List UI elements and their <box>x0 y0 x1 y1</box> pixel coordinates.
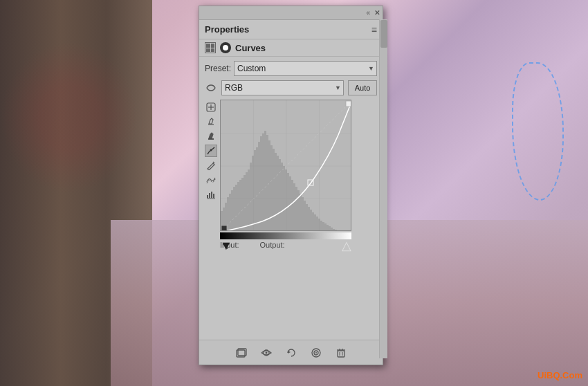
svg-rect-27 <box>241 178 244 231</box>
smooth-tool[interactable] <box>205 174 217 186</box>
svg-rect-76 <box>346 101 351 107</box>
auto-button[interactable]: Auto <box>348 80 377 95</box>
svg-rect-53 <box>295 187 297 231</box>
watermark: UiBQ.Com <box>538 370 582 380</box>
svg-rect-49 <box>287 173 289 231</box>
properties-panel: « ✕ Properties ≡ Curves Preset: Custom <box>199 6 383 365</box>
svg-rect-22 <box>231 190 233 231</box>
svg-rect-32 <box>252 156 254 231</box>
delete-button[interactable] <box>333 345 349 360</box>
panel-menu-icon[interactable]: ≡ <box>371 24 377 35</box>
svg-rect-42 <box>273 149 275 231</box>
svg-rect-58 <box>306 204 308 231</box>
close-icon[interactable]: ✕ <box>374 9 380 17</box>
svg-rect-30 <box>248 169 250 231</box>
panel-header: « ✕ <box>199 6 383 20</box>
eyedropper-gray-tool[interactable] <box>205 101 217 113</box>
white-point-handle[interactable]: △ <box>342 239 351 252</box>
pencil-tool[interactable] <box>205 159 217 172</box>
properties-tab[interactable]: Properties <box>205 24 249 35</box>
svg-rect-7 <box>209 193 210 198</box>
svg-rect-51 <box>291 180 293 231</box>
curves-label: Curves <box>235 43 266 53</box>
svg-rect-64 <box>318 219 320 231</box>
preset-select-wrapper: Custom Default Strong Contrast Linear Co… <box>234 61 377 76</box>
new-layer-button[interactable] <box>234 345 249 360</box>
scrollbar-thumb[interactable] <box>380 20 387 48</box>
preset-label: Preset: <box>205 64 234 73</box>
svg-rect-75 <box>221 226 227 231</box>
svg-rect-20 <box>227 197 229 231</box>
preset-row: Preset: Custom Default Strong Contrast L… <box>205 61 377 76</box>
gradient-bar <box>220 232 351 239</box>
channel-row: RGB Red Green Blue ▼ Auto <box>205 80 377 95</box>
curve-adjust-tool[interactable] <box>205 145 217 157</box>
svg-rect-46 <box>281 163 283 231</box>
svg-rect-45 <box>279 159 281 231</box>
svg-rect-26 <box>239 180 241 231</box>
svg-rect-25 <box>237 182 239 231</box>
channel-select[interactable]: RGB Red Green Blue <box>221 80 344 95</box>
bottom-toolbar <box>199 340 383 365</box>
svg-rect-29 <box>246 172 248 231</box>
eyedropper-white-tool[interactable] <box>205 116 217 128</box>
bg-foliage <box>0 42 138 194</box>
channel-select-wrapper: RGB Red Green Blue ▼ <box>221 80 344 95</box>
curves-section-header: Curves <box>199 39 383 57</box>
svg-rect-69 <box>329 226 331 231</box>
svg-rect-39 <box>266 135 268 231</box>
preset-select[interactable]: Custom Default Strong Contrast Linear Co… <box>234 61 377 76</box>
svg-rect-31 <box>250 163 252 231</box>
eyedropper-black-tool[interactable] <box>205 130 217 143</box>
svg-rect-9 <box>213 194 214 198</box>
svg-rect-72 <box>335 230 337 231</box>
svg-rect-35 <box>258 142 260 231</box>
svg-rect-55 <box>300 194 302 231</box>
content-area: Preset: Custom Default Strong Contrast L… <box>199 57 383 340</box>
black-point-handle[interactable]: ▼ <box>220 239 232 252</box>
svg-rect-6 <box>207 195 208 198</box>
graph-area: ▼ △ Input: Output: <box>220 100 377 249</box>
io-labels: Input: Output: <box>220 241 377 249</box>
scrollbar <box>379 19 387 358</box>
preview-button[interactable] <box>309 345 324 360</box>
svg-rect-52 <box>293 183 295 231</box>
channel-icon <box>205 82 217 94</box>
adjustments-grid-icon[interactable] <box>205 42 216 53</box>
curves-graph[interactable] <box>220 100 351 231</box>
svg-rect-65 <box>320 221 322 231</box>
svg-rect-70 <box>331 228 333 231</box>
svg-marker-81 <box>288 351 291 353</box>
svg-rect-33 <box>254 150 256 231</box>
svg-rect-38 <box>264 131 266 231</box>
svg-rect-23 <box>233 187 235 231</box>
svg-rect-36 <box>260 136 262 231</box>
svg-rect-21 <box>229 194 231 231</box>
svg-rect-67 <box>324 223 327 231</box>
svg-rect-44 <box>277 156 279 231</box>
reset-button[interactable] <box>284 345 299 360</box>
svg-rect-60 <box>310 210 312 231</box>
graph-tools-wrapper: ▼ △ Input: Output: <box>205 100 377 249</box>
svg-rect-47 <box>283 166 285 231</box>
svg-rect-63 <box>316 217 318 231</box>
curves-layer-icon[interactable] <box>220 42 231 53</box>
panel-tabs: Properties ≡ <box>199 20 383 39</box>
svg-rect-37 <box>262 134 264 231</box>
svg-rect-71 <box>333 229 335 231</box>
svg-rect-59 <box>308 207 310 231</box>
svg-rect-8 <box>211 192 212 198</box>
gradient-row: ▼ △ <box>220 232 351 239</box>
histogram-tool[interactable] <box>205 188 217 201</box>
visibility-button[interactable] <box>259 345 274 360</box>
svg-rect-56 <box>302 197 304 231</box>
output-label: Output: <box>260 241 285 249</box>
svg-point-80 <box>265 351 267 353</box>
svg-rect-62 <box>314 214 316 231</box>
side-tools <box>205 100 217 249</box>
collapse-icon[interactable]: « <box>366 9 370 17</box>
svg-rect-61 <box>312 212 314 231</box>
svg-rect-85 <box>338 351 344 357</box>
svg-rect-34 <box>256 147 258 231</box>
svg-rect-48 <box>285 169 287 231</box>
